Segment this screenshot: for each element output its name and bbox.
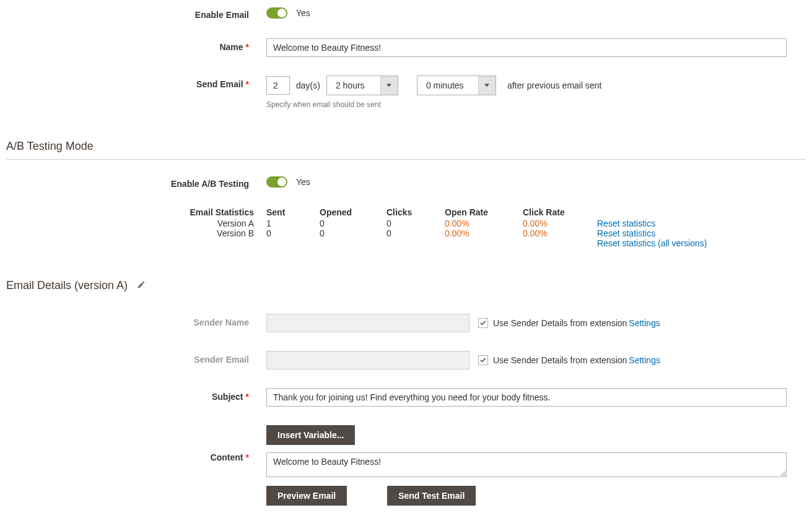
insert-variable-button[interactable]: Insert Variable... <box>266 425 355 445</box>
send-email-label: Send Email* <box>6 76 266 89</box>
send-days-unit: day(s) <box>296 80 320 90</box>
chevron-down-icon[interactable] <box>478 76 495 95</box>
stats-val: 0 <box>320 228 386 238</box>
send-days-input[interactable] <box>266 76 290 95</box>
enable-ab-label: Enable A/B Testing <box>6 175 266 189</box>
settings-link[interactable]: Settings <box>629 318 660 328</box>
settings-link[interactable]: Settings <box>629 355 660 365</box>
stats-head-openrate: Open Rate <box>445 207 523 217</box>
enable-email-value: Yes <box>296 8 310 18</box>
subject-input[interactable] <box>266 388 787 407</box>
stats-val: 1 <box>266 218 320 228</box>
stats-val: 0.00% <box>445 228 523 238</box>
sender-email-input <box>266 351 469 369</box>
sender-name-input <box>266 314 469 332</box>
stats-val: 0.00% <box>445 218 523 228</box>
enable-ab-value: Yes <box>296 177 310 187</box>
stats-head-clicks: Clicks <box>386 207 445 217</box>
stats-head-opened: Opened <box>320 207 386 217</box>
name-label: Name* <box>6 38 266 52</box>
stats-val: 0 <box>320 218 386 228</box>
stats-title: Email Statistics <box>6 207 254 217</box>
ab-section-title: A/B Testing Mode <box>6 127 806 160</box>
details-section-title: Email Details (version A) <box>6 267 806 298</box>
enable-email-label: Enable Email <box>6 6 266 20</box>
stats-val: 0 <box>386 218 445 228</box>
sender-email-label: Sender Email <box>6 351 266 365</box>
stats-val: 0.00% <box>523 228 597 238</box>
reset-stats-b-link[interactable]: Reset statistics <box>597 228 655 238</box>
stats-head-sent: Sent <box>266 207 320 217</box>
content-textarea[interactable] <box>266 452 787 477</box>
reset-stats-a-link[interactable]: Reset statistics <box>597 218 655 228</box>
stats-head-clickrate: Click Rate <box>523 207 597 217</box>
use-sender-name-checkbox[interactable] <box>478 318 488 328</box>
preview-email-button[interactable]: Preview Email <box>266 486 347 506</box>
use-sender-text: Use Sender Details from extension <box>493 318 627 328</box>
send-minutes-select[interactable]: 0 minutes <box>417 76 496 95</box>
pencil-icon[interactable] <box>137 279 146 292</box>
send-test-email-button[interactable]: Send Test Email <box>387 486 476 506</box>
send-after-text: after previous email sent <box>507 80 602 90</box>
stats-val: 0.00% <box>523 218 597 228</box>
use-sender-text: Use Sender Details from extension <box>493 355 627 365</box>
content-label: Content* <box>6 425 266 462</box>
use-sender-email-checkbox[interactable] <box>478 355 488 365</box>
chevron-down-icon[interactable] <box>380 76 398 95</box>
stats-val: 0 <box>266 228 320 238</box>
subject-label: Subject* <box>6 388 266 402</box>
send-hint: Specify when email should be sent <box>266 100 806 109</box>
sender-name-label: Sender Name <box>6 314 266 327</box>
send-hours-select[interactable]: 2 hours <box>326 76 398 95</box>
enable-email-toggle[interactable] <box>266 7 287 19</box>
enable-ab-toggle[interactable] <box>266 176 287 188</box>
reset-stats-all-link[interactable]: Reset statistics (all versions) <box>597 238 707 248</box>
name-input[interactable] <box>266 38 787 57</box>
stats-row-label: Version B <box>6 228 254 238</box>
stats-row-label: Version A <box>6 218 254 228</box>
stats-val: 0 <box>386 228 445 238</box>
